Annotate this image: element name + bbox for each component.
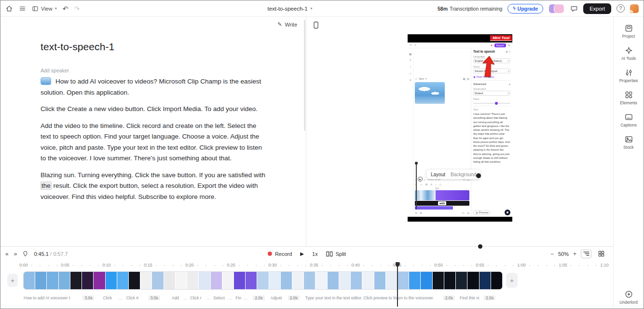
timeline-thumbnail[interactable] xyxy=(491,272,502,289)
timeline-thumbnail[interactable] xyxy=(409,272,421,289)
timeline-thumbnail[interactable] xyxy=(328,272,339,289)
timeline-thumbnail[interactable] xyxy=(82,272,94,289)
timeline-thumbnail[interactable] xyxy=(433,272,444,289)
document-heading[interactable]: text-to-speech-1 xyxy=(41,41,271,53)
transcript-text[interactable]: Blazing sun. Turning everything. Click t… xyxy=(41,171,265,179)
panel-resize-handle[interactable] xyxy=(478,244,482,249)
clip-gap-duration[interactable]: 3.0s xyxy=(149,295,172,300)
timeline-thumbnail[interactable] xyxy=(456,272,467,289)
comments-icon[interactable] xyxy=(570,5,578,13)
video-clip-strip[interactable] xyxy=(24,272,502,289)
clip-text-label[interactable]: Click r xyxy=(190,295,206,300)
menu-icon[interactable] xyxy=(19,5,26,12)
timeline-thumbnail[interactable] xyxy=(70,272,82,289)
zoom-in-icon[interactable]: + xyxy=(573,251,576,257)
sidebar-item-elements[interactable]: Elements xyxy=(614,90,643,105)
timeline-thumbnail[interactable] xyxy=(199,272,210,289)
timeline-thumbnail[interactable] xyxy=(152,272,164,289)
clip-text-label[interactable]: Select xyxy=(213,295,228,300)
timeline-thumbnail[interactable] xyxy=(467,272,479,289)
transcript-text[interactable]: Click the Create a new video button. Cli… xyxy=(41,105,258,112)
editor-scrollbar[interactable] xyxy=(304,20,305,131)
timeline-view-toggle[interactable] xyxy=(581,250,591,258)
redo-icon[interactable]: ↷ xyxy=(74,5,80,13)
transcript-paragraph[interactable]: Blazing sun. Turning everything. Click t… xyxy=(41,170,267,203)
timeline-thumbnail[interactable] xyxy=(386,272,397,289)
add-speaker-label[interactable]: Add speaker xyxy=(41,68,271,73)
clip-gap-duration[interactable]: 2.0s xyxy=(253,295,270,300)
clip-overflow-menu[interactable]: … xyxy=(183,295,190,300)
clip-overflow-menu[interactable]: … xyxy=(228,295,235,300)
timeline-thumbnail[interactable] xyxy=(269,272,281,289)
export-button[interactable]: Export xyxy=(583,3,611,14)
transcript-paragraph[interactable]: How to add AI voiceover to videos? Micro… xyxy=(41,76,267,98)
clip-text-label[interactable]: Fin xyxy=(235,295,243,300)
playback-speed[interactable]: 1x xyxy=(312,251,318,257)
timeline-thumbnail[interactable] xyxy=(480,272,491,289)
timeline-thumbnail[interactable] xyxy=(222,272,234,289)
timeline-thumbnail[interactable] xyxy=(315,272,327,289)
clip-text-label[interactable]: Add xyxy=(172,295,183,300)
timeline-thumbnail[interactable] xyxy=(35,272,47,289)
transcript-text[interactable]: result. Click the export button, select … xyxy=(41,182,258,200)
device-preview-icon[interactable] xyxy=(313,21,319,29)
canvas-handle-line[interactable] xyxy=(416,163,417,209)
zoom-out-icon[interactable]: − xyxy=(550,251,554,257)
undo-icon[interactable]: ↶ xyxy=(63,5,69,13)
clip-gap-duration[interactable]: 2.0s xyxy=(443,295,460,300)
timeline-thumbnail[interactable] xyxy=(187,272,199,289)
write-button[interactable]: ✎ Write xyxy=(277,21,297,28)
sidebar-item-captions[interactable]: Captions xyxy=(614,112,643,127)
timeline-thumbnail[interactable] xyxy=(351,272,362,289)
canvas-knob[interactable] xyxy=(476,173,481,178)
playhead-word[interactable]: the xyxy=(41,182,52,190)
view-menu-button[interactable]: View ▾ xyxy=(32,5,57,12)
sidebar-item-underlord[interactable]: Underlord xyxy=(614,290,643,305)
timeline-thumbnail[interactable] xyxy=(281,272,292,289)
transcript-text[interactable]: Add the video to the timeline. Click rec… xyxy=(41,122,262,162)
timeline-thumbnail[interactable] xyxy=(129,272,140,289)
timeline-thumbnail[interactable] xyxy=(257,272,269,289)
timeline-thumbnail[interactable] xyxy=(374,272,386,289)
clip-gap-duration[interactable]: 2.0s xyxy=(484,295,502,300)
timeline-ruler[interactable]: 0:000:050:100:150:200:250:300:350:400:45… xyxy=(0,261,613,269)
transcript-paragraph[interactable]: Click the Create a new video button. Cli… xyxy=(41,104,267,115)
help-icon[interactable]: ? xyxy=(617,4,625,13)
user-avatar[interactable] xyxy=(630,4,639,13)
clip-text-label[interactable]: Type your text in the text editor. Click… xyxy=(305,295,443,300)
timeline-thumbnail[interactable] xyxy=(246,272,257,289)
playhead[interactable] xyxy=(397,263,398,307)
skip-forward-icon[interactable]: » xyxy=(14,251,17,257)
speaker-avatar-thumbnail[interactable] xyxy=(41,77,51,85)
upgrade-button[interactable]: ϟ Upgrade xyxy=(507,4,543,14)
clip-text-label[interactable]: Adjust xyxy=(271,295,288,300)
clip-gap-duration[interactable]: 2.0s xyxy=(288,295,305,300)
clip-gap-duration[interactable]: 3.0s xyxy=(82,295,103,300)
skip-back-icon[interactable]: « xyxy=(5,251,9,257)
video-canvas[interactable]: Mini Tool ↶ ↷ ♥ Export ⚙ xyxy=(408,34,512,222)
timeline-thumbnail[interactable] xyxy=(24,272,35,289)
timeline-thumbnail[interactable] xyxy=(234,272,246,289)
split-button[interactable]: Split xyxy=(326,251,346,257)
marker-icon[interactable] xyxy=(22,251,28,257)
sidebar-item-properties[interactable]: Properties xyxy=(614,68,643,83)
sidebar-item-ai-tools[interactable]: AI Tools xyxy=(614,46,643,61)
timeline-thumbnail[interactable] xyxy=(339,272,351,289)
collaborator-avatars[interactable] xyxy=(548,4,565,14)
clip-text-label[interactable]: Find this vi xyxy=(460,295,484,300)
add-clip-button-right[interactable]: + xyxy=(506,273,518,288)
timeline-thumbnail[interactable] xyxy=(106,272,117,289)
timeline-thumbnail[interactable] xyxy=(362,272,374,289)
transcript-paragraph[interactable]: Add the video to the timeline. Click rec… xyxy=(41,121,267,164)
sidebar-item-project[interactable]: Project xyxy=(614,24,643,39)
zoom-level[interactable]: 50% xyxy=(558,251,569,257)
home-icon[interactable] xyxy=(5,5,13,13)
timeline-thumbnail[interactable] xyxy=(140,272,152,289)
background-tab[interactable]: Background xyxy=(451,172,476,177)
layout-tab[interactable]: Layout xyxy=(431,172,445,177)
timeline-thumbnail[interactable] xyxy=(47,272,58,289)
clip-text-label[interactable]: Click xyxy=(103,295,119,300)
clip-overflow-menu[interactable]: … xyxy=(243,295,253,300)
record-button[interactable]: Record xyxy=(268,251,292,257)
timeline-thumbnail[interactable] xyxy=(164,272,176,289)
